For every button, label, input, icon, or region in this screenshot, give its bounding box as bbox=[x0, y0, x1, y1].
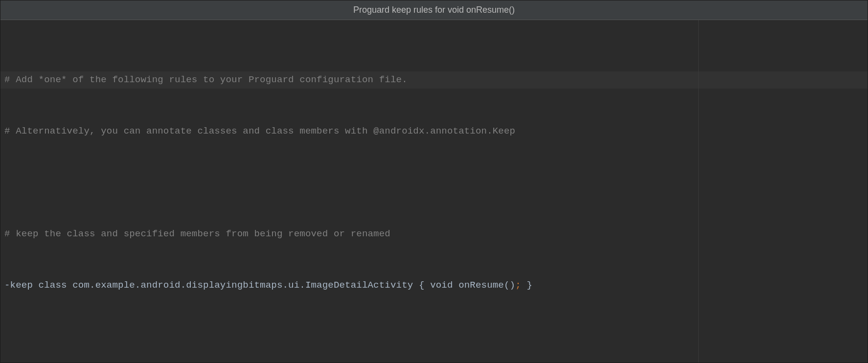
rule-text: -keep class com.example.android.displayi… bbox=[4, 280, 515, 291]
semicolon: ; bbox=[515, 280, 521, 291]
window-title: Proguard keep rules for void onResume() bbox=[353, 5, 515, 15]
code-line: # keep the class and specified members f… bbox=[0, 226, 868, 243]
comment-text: # Add *one* of the following rules to yo… bbox=[4, 74, 408, 85]
comment-text: # keep the class and specified members f… bbox=[4, 228, 390, 239]
window-titlebar: Proguard keep rules for void onResume() bbox=[0, 0, 868, 20]
code-line: # Add *one* of the following rules to yo… bbox=[0, 71, 868, 89]
code-line: -keep class com.example.android.displayi… bbox=[0, 277, 868, 294]
code-line bbox=[0, 328, 868, 345]
code-line bbox=[0, 174, 868, 191]
comment-text: # Alternatively, you can annotate classe… bbox=[4, 126, 515, 136]
code-line: # Alternatively, you can annotate classe… bbox=[0, 123, 868, 140]
right-margin-guide bbox=[698, 20, 699, 363]
code-editor[interactable]: # Add *one* of the following rules to yo… bbox=[0, 20, 868, 363]
brace-text: } bbox=[521, 280, 532, 291]
